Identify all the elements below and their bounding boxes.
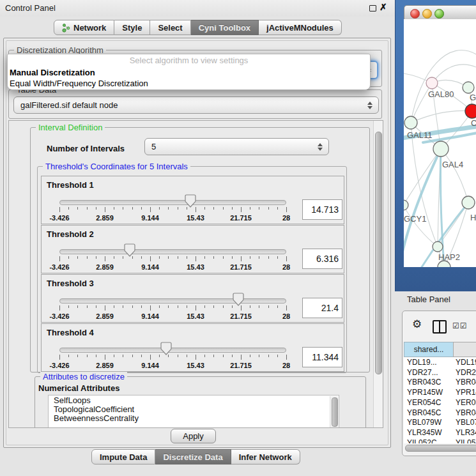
tick-mark <box>87 207 88 210</box>
close-icon[interactable]: ✗ <box>380 2 387 12</box>
table-row[interactable]: YBR045CYBR045C <box>404 408 476 418</box>
tick-mark <box>87 256 88 259</box>
float-window-icon[interactable] <box>369 5 376 12</box>
settings-scrollbar-thumb[interactable] <box>375 132 382 374</box>
table-column-header-shared[interactable]: shared... <box>404 342 454 357</box>
tab-infer-network[interactable]: Infer Network <box>231 449 300 464</box>
control-panel-titlebar <box>0 0 395 17</box>
threshold-value-box[interactable]: 11.344 <box>302 347 342 367</box>
table-row[interactable]: YPR145WYPR145W <box>404 388 476 398</box>
network-node[interactable] <box>404 116 417 129</box>
table-horizontal-scrollbar[interactable] <box>404 443 476 451</box>
table-panel-title: Table Panel <box>407 295 450 304</box>
table-header-row: shared...n <box>404 342 476 357</box>
slider-thumb[interactable] <box>233 293 244 306</box>
threshold-value-box[interactable]: 21.4 <box>302 298 342 318</box>
tick-mark <box>132 207 133 210</box>
tick-mark <box>77 355 78 357</box>
attribute-item-selfloops[interactable]: SelfLoops <box>49 396 339 405</box>
tab-style[interactable]: Style <box>114 20 150 35</box>
table-row[interactable]: YDL19...YDL19 <box>404 358 476 368</box>
attribute-item-betweennesscentrality[interactable]: BetweennessCentrality <box>49 414 339 423</box>
network-node[interactable] <box>433 141 449 157</box>
table-cell-name: YBR045C <box>456 408 476 418</box>
algorithm-option-equal-width-frequency-discretization[interactable]: Equal Width/Frequency Discretization <box>8 78 370 89</box>
tick-mark <box>141 207 142 210</box>
thresholds-group: Threshold's Coordinates for 5 Intervals … <box>37 166 347 373</box>
settings-scrollbar[interactable] <box>373 121 383 427</box>
network-node[interactable] <box>426 77 438 89</box>
table-row[interactable]: YLR345WYLR345W <box>404 428 476 438</box>
table-cell-shared-name: YBR045C <box>407 408 452 418</box>
tab-jactivemnodules[interactable]: jActiveMNodules <box>259 20 342 35</box>
threshold-label: Threshold 1 <box>47 180 94 190</box>
threshold-slider[interactable]: -3.4262.8599.14415.4321.71528 <box>59 342 286 370</box>
number-of-intervals-label: Number of Intervals <box>47 144 125 153</box>
tab-discretize-data[interactable]: Discretize Data <box>155 449 231 464</box>
attributes-group-title: Attributes to discretize <box>40 372 127 381</box>
tick-mark <box>114 207 114 210</box>
tick-label: 15.43 <box>187 312 204 320</box>
network-node[interactable] <box>463 82 474 93</box>
minimize-traffic-light-icon[interactable] <box>422 9 432 19</box>
attribute-item-topologicalcoefficient[interactable]: TopologicalCoefficient <box>49 405 339 414</box>
tick-label: -3.426 <box>49 263 69 271</box>
tick-mark <box>68 305 69 308</box>
table-cell-name: YBR043C <box>456 378 476 388</box>
slider-thumb[interactable] <box>185 194 196 208</box>
close-traffic-light-icon[interactable] <box>410 9 420 19</box>
tick-mark <box>114 355 114 357</box>
tab-label: Style <box>122 23 142 33</box>
table-row[interactable]: YER054CYER054C <box>404 398 476 408</box>
network-edge[interactable] <box>411 111 472 123</box>
algorithm-option-manual-discretization[interactable]: Manual Discretization <box>8 67 370 78</box>
table-data-combobox[interactable]: galFiltered.sif default node <box>13 96 379 114</box>
table-row[interactable]: YBR043CYBR043C <box>404 378 476 388</box>
slider-track[interactable] <box>59 200 286 205</box>
tab-network[interactable]: Network <box>54 20 114 35</box>
list-scrollbar-thumb[interactable] <box>332 397 338 427</box>
tab-impute-data[interactable]: Impute Data <box>91 449 155 464</box>
tab-label: Infer Network <box>239 452 292 462</box>
threshold-value-box[interactable]: 6.316 <box>302 249 342 269</box>
threshold-value-box[interactable]: 14.713 <box>302 199 342 220</box>
table-scrollbar-thumb[interactable] <box>405 445 476 452</box>
zoom-traffic-light-icon[interactable] <box>434 9 444 19</box>
tick-mark <box>286 256 287 261</box>
threshold-slider[interactable]: -3.4262.8599.14415.4321.71528 <box>59 293 286 321</box>
table-row[interactable]: YDR27...YDR27 <box>404 368 476 378</box>
network-edge[interactable] <box>404 149 441 205</box>
network-view-canvas[interactable]: GAL80GACGAL11GAL4HGCY1HAP2 <box>404 19 476 267</box>
select-columns-icons[interactable]: ☑☑ <box>452 321 468 330</box>
slider-track[interactable] <box>59 298 286 303</box>
slider-thumb[interactable] <box>160 342 172 355</box>
network-window-titlebar[interactable] <box>404 5 476 20</box>
tick-mark <box>141 256 142 259</box>
number-of-intervals-spinner[interactable]: 5 <box>144 138 329 155</box>
slider-track[interactable] <box>59 249 286 254</box>
tick-label: 28 <box>282 214 290 222</box>
table-row[interactable]: YBL079WYBL079W <box>404 418 476 428</box>
node-table[interactable]: shared...n YDL19...YDL19YDR27...YDR27YBR… <box>404 342 476 449</box>
network-node[interactable] <box>465 104 476 118</box>
combo-stepper-icon <box>367 102 372 109</box>
gear-icon[interactable]: ⚙ <box>412 319 422 330</box>
network-edge[interactable] <box>441 149 468 203</box>
tick-mark <box>178 355 178 357</box>
tab-cyni-toolbox[interactable]: Cyni Toolbox <box>191 20 259 35</box>
network-edge[interactable] <box>432 65 476 83</box>
apply-button[interactable]: Apply <box>171 429 216 443</box>
threshold-slider[interactable]: -3.4262.8599.14415.4321.71528 <box>59 194 286 222</box>
network-node[interactable] <box>462 196 475 209</box>
tab-select[interactable]: Select <box>150 20 190 35</box>
numerical-attributes-list[interactable]: SelfLoopsTopologicalCoefficientBetweenne… <box>48 395 339 428</box>
network-node[interactable] <box>404 200 408 210</box>
slider-track[interactable] <box>59 348 286 353</box>
column-layout-icon[interactable] <box>433 320 447 334</box>
slider-thumb[interactable] <box>124 243 135 257</box>
table-column-header-n[interactable]: n <box>453 342 476 357</box>
algorithm-prompt-item[interactable]: Select algorithm to view settings <box>8 54 370 67</box>
threshold-slider[interactable]: -3.4262.8599.14415.4321.71528 <box>59 243 286 272</box>
list-scrollbar[interactable] <box>330 396 338 428</box>
network-node[interactable] <box>433 242 443 252</box>
